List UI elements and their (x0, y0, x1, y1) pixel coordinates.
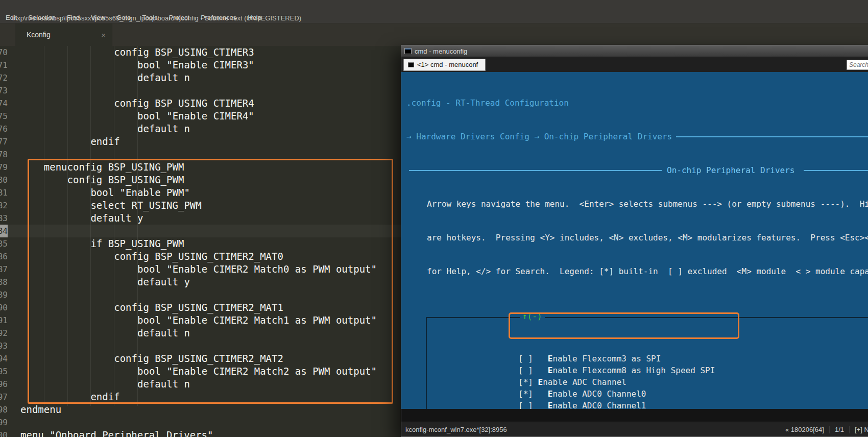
status-segment: [+] NUM (849, 426, 868, 433)
checkbox-state: [*] (518, 377, 538, 387)
config-title: .config - RT-Thread Configuration (406, 98, 868, 109)
line-number: 97 (0, 391, 8, 403)
menuconfig-item[interactable]: [ ] Enable Flexcomm3 as SPI (427, 353, 868, 365)
separator-line (804, 170, 868, 171)
line-number: 91 (0, 314, 8, 327)
menuconfig-item-label: Enable ADC0 Channel1 (548, 401, 646, 409)
line-number: 88 (0, 276, 8, 288)
line-number: 85 (0, 237, 8, 250)
line-number: 77 (0, 135, 8, 148)
status-segments: « 180206[64]1/1[+] NUMPRI (780, 426, 868, 433)
code-text: endmenu (8, 403, 61, 416)
line-number: 89 (0, 288, 8, 301)
line-number: 78 (0, 148, 8, 161)
menu-item-help[interactable]: Help (242, 12, 267, 23)
line-number: 75 (0, 110, 8, 123)
process-info: kconfig-mconf_win7.exe*[32]:8956 (405, 426, 507, 433)
menu-bar: EditSelectionFindViewGotoToolsProjectPre… (0, 12, 868, 23)
line-number: 76 (0, 123, 8, 135)
menuconfig-item-label: Enable Flexcomm3 as SPI (548, 354, 661, 363)
line-number: 94 (0, 352, 8, 365)
status-bar: kconfig-mconf_win7.exe*[32]:8956 « 18020… (401, 422, 868, 436)
breadcrumb: → Hardware Drivers Config → On-chip Peri… (406, 131, 868, 142)
line-number: 86 (0, 250, 8, 263)
conemu-window: cmd - menuconfig <1> cmd - menuconf .con… (401, 45, 868, 437)
separator-line (676, 136, 868, 137)
code-text (8, 148, 20, 161)
line-number: 74 (0, 97, 8, 110)
conemu-title-bar[interactable]: cmd - menuconfig (401, 45, 868, 57)
console-bottom-gap (401, 409, 868, 422)
code-text: menu "Onboard Peripheral Drivers" (8, 429, 213, 437)
line-number: 96 (0, 378, 8, 391)
conemu-tab-bar: <1> cmd - menuconf (401, 57, 868, 72)
menu-item-edit[interactable]: Edit (0, 12, 22, 23)
code-text (8, 416, 20, 429)
line-number: 100 (0, 429, 8, 437)
line-number: 99 (0, 416, 8, 429)
menu-item-view[interactable]: View (85, 12, 111, 23)
menuconfig-item-label: Enable Flexcomm8 as High Speed SPI (548, 366, 715, 375)
menu-item-tools[interactable]: Tools (136, 12, 163, 23)
console-tab-icon (408, 62, 414, 67)
status-segment: « 180206[64] (780, 426, 829, 433)
menu-item-project[interactable]: Project (163, 12, 195, 23)
sublime-title-bar[interactable]: \nxp\rt-thread\bsp\lpc55sxx\lpc55s69_mgn… (0, 0, 868, 12)
menuconfig-item[interactable]: [ ] Enable Flexcomm8 as High Speed SPI (427, 365, 868, 376)
menuconfig-item[interactable]: [*] Enable ADC Channel (427, 376, 868, 388)
line-number: 80 (0, 174, 8, 186)
checkbox-state: [*] (518, 389, 548, 399)
help-text-3: for Help, </> for Search. Legend: [*] bu… (406, 266, 868, 277)
help-text-2: are hotkeys. Pressing <Y> includes, <N> … (406, 232, 868, 244)
line-number: 90 (0, 301, 8, 314)
help-text-1: Arrow keys navigate the menu. <Enter> se… (406, 199, 868, 210)
menuconfig-item[interactable]: [*] Enable ADC0 Channel0 (427, 388, 868, 400)
tab-kconfig[interactable]: Kconfig × (15, 23, 112, 46)
tab-bar: Kconfig × (0, 23, 868, 46)
menuconfig-item[interactable]: [ ] Enable ADC0 Channel1 (427, 400, 868, 409)
menuconfig-item-label: Enable ADC Channel (538, 377, 626, 387)
line-number: 73 (0, 84, 8, 97)
code-text (8, 288, 20, 301)
line-number: 82 (0, 199, 8, 212)
pwm-block-annotation (28, 159, 393, 404)
line-number: 95 (0, 365, 8, 378)
code-text: default n (8, 71, 190, 84)
code-text: config BSP_USING_CTIMER4 (8, 97, 254, 110)
checkbox-state: [ ] (518, 354, 548, 363)
breadcrumb-text: → Hardware Drivers Config → On-chip Peri… (406, 131, 672, 142)
pwm-menu-annotation (509, 312, 739, 339)
console-screen[interactable]: .config - RT-Thread Configuration → Hard… (401, 72, 868, 409)
code-text: bool "Enable CIMER4" (8, 110, 254, 123)
line-number: 92 (0, 327, 8, 339)
status-segment: 1/1 (829, 426, 849, 433)
menu-item-goto[interactable]: Goto (111, 12, 136, 23)
search-input[interactable] (847, 60, 868, 70)
console-icon (404, 48, 412, 54)
line-number: 84 (0, 225, 8, 237)
checkbox-state: [ ] (518, 366, 548, 375)
console-window-title: cmd - menuconfig (415, 47, 467, 55)
menuconfig-item-label: Enable ADC0 Channel0 (548, 389, 646, 399)
code-text (8, 339, 20, 352)
line-number: 87 (0, 263, 8, 276)
code-text: default n (8, 123, 190, 135)
menu-item-find[interactable]: Find (61, 12, 85, 23)
code-text: config BSP_USING_CTIMER3 (8, 46, 254, 59)
menu-box-list: [ ] Enable Flexcomm3 as SPI[ ] Enable Fl… (427, 353, 868, 409)
code-text (8, 84, 20, 97)
tab-close-icon[interactable]: × (101, 31, 106, 39)
menu-item-preferences[interactable]: Preferences (195, 12, 242, 23)
line-number: 71 (0, 59, 8, 71)
line-number: 98 (0, 403, 8, 416)
console-tab[interactable]: <1> cmd - menuconf (403, 59, 486, 71)
menu-item-selection[interactable]: Selection (22, 12, 61, 23)
code-text: endif (8, 135, 120, 148)
line-number: 83 (0, 212, 8, 225)
dialog-title: On-chip Peripheral Drivers (667, 165, 794, 176)
dialog-title-row: On-chip Peripheral Drivers (406, 165, 868, 176)
checkbox-state: [ ] (518, 401, 548, 409)
code-text (8, 225, 20, 237)
line-number: 93 (0, 339, 8, 352)
tab-label: Kconfig (27, 31, 101, 39)
